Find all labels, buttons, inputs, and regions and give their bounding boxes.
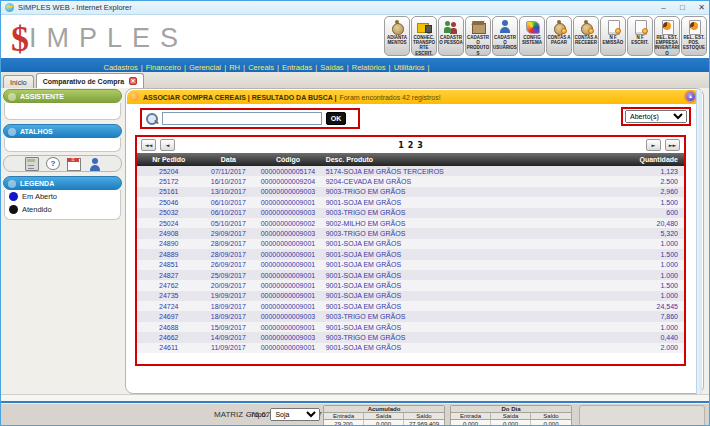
menu-item-cereais[interactable]: Cereais [247,63,275,72]
tab-close-icon[interactable]: ✕ [129,77,137,85]
legenda-title: LEGENDA [20,180,54,187]
table-row[interactable]: 2466214/09/2017000000000090039003-TRIGO … [137,332,684,342]
menu-item-relat-rios[interactable]: Relatórios [351,63,387,72]
table-row[interactable]: 2468815/09/2017000000000090019001-SOJA E… [137,322,684,332]
toolbar-button-rel-est-empresa-invent-rio[interactable]: REL. EST. EMPRESA INVENTÁRIO [654,16,680,56]
summary-value: 0,000 [491,420,531,426]
cell-desc-produto: 9003-TRIGO EM GRÃOS [320,209,602,216]
internet-explorer-icon [5,3,14,12]
legend-item-atendido: Atendido [5,203,120,216]
cell-data: 06/10/2017 [200,199,256,206]
table-row[interactable]: 2520407/11/2017000000000051745174-SOJA E… [137,166,684,176]
cell-desc-produto: 9001-SOJA EM GRÃOS [320,282,602,289]
status-filter-select[interactable]: Aberto(s) [625,110,687,123]
plus-badge-icon [561,28,567,34]
toolbar-button-cadastro-produtos[interactable]: CADASTRO PRODUTOS [465,16,491,56]
pager-next-button[interactable]: ► [646,139,661,151]
column-header-desc-produto: Desc. Produto [320,156,602,163]
cell-data: 19/09/2017 [200,292,256,299]
pager-last-button[interactable]: ►► [665,139,680,151]
menu-item-utilit-rios[interactable]: Utilitários [393,63,426,72]
help-icon[interactable] [45,157,59,170]
truck-icon [416,19,432,34]
toolbar-button-adianta-mentos[interactable]: ADIANTA MENTOS [384,16,410,56]
table-row[interactable]: 2473519/09/2017000000000090019001-SOJA E… [137,291,684,301]
cell-data: 29/09/2017 [200,230,256,237]
menu-item-cadastros[interactable]: Cadastros [102,63,138,72]
pager-page-3[interactable]: 3 [417,141,423,150]
table-row[interactable]: 2517216/10/2017000000000092049204-CEVADA… [137,176,684,186]
cell-nr-pedido: 25161 [137,188,200,195]
toolbar-button-cadastro-pessoa[interactable]: CADASTRO PESSOA [438,16,464,56]
minimize-button[interactable]: – [654,3,673,12]
grupo-select[interactable]: Soja [270,408,320,421]
toolbar-button-label: CONTAS A RECEBER [574,35,599,45]
table-row[interactable]: 2482725/09/2017000000000090019001-SOJA E… [137,270,684,280]
toolbar-button-contas-a-receber[interactable]: CONTAS A RECEBER [573,16,599,56]
cell-nr-pedido: 25204 [137,168,200,175]
summary-group-title: Do Dia [451,406,571,413]
menu-item-rh[interactable]: RH [228,63,241,72]
toolbar-button-contas-a-pagar[interactable]: CONTAS A PAGAR [546,16,572,56]
close-button[interactable]: ✕ [692,3,710,12]
logo-dollar: $ [11,19,29,59]
toolbar-button-cadastro-usu-rios[interactable]: CADASTRO USUÁRIOS [492,16,518,56]
table-row[interactable]: 2476220/09/2017000000000090019001-SOJA E… [137,280,684,290]
toolbar-button-rel-est-pos-estoque[interactable]: REL. EST. POS. ESTOQUE [681,16,707,56]
cell-data: 28/09/2017 [200,240,256,247]
pager-prev-button[interactable]: ◄ [160,139,175,151]
table-row[interactable]: 2490829/09/2017000000000090039003-TRIGO … [137,228,684,238]
sidebar-panel-assistente[interactable]: ASSISTENTE [3,89,122,103]
pie-report-icon [659,19,675,34]
atalhos-title: ATALHOS [20,128,53,135]
table-row[interactable]: 2469718/09/2017000000000090039003-TRIGO … [137,311,684,321]
toolbar-button-n-f-emiss-o[interactable]: N F EMISSÃO [600,16,626,56]
pager-first-button[interactable]: ◄◄ [141,139,156,151]
cell-c-digo: 00000000009001 [256,272,319,279]
table-row[interactable]: 2502405/10/2017000000000090029002-MILHO … [137,218,684,228]
toolbar-button-n-f-escrit[interactable]: N F ESCRIT. [627,16,653,56]
search-input[interactable] [162,112,322,125]
sidebar-panel-atalhos[interactable]: ATALHOS [3,124,122,138]
toolbar-button-label: CONHEC. TRANSPORTE ESCRIT. [412,35,437,56]
table-row[interactable]: 2503206/10/2017000000000090039003-TRIGO … [137,208,684,218]
menu-item-entradas[interactable]: Entradas [281,63,313,72]
menu-item-sa-das[interactable]: Saídas [319,63,344,72]
toolbar-button-config-sistema[interactable]: CONFIG SISTEMA [519,16,545,56]
cell-data: 16/10/2017 [200,178,256,185]
maximize-button[interactable]: □ [673,3,692,12]
summary-header-saldo: Saldo [404,413,444,420]
ok-button[interactable]: OK [326,112,346,125]
table-row[interactable]: 2516113/10/2017000000000090039003-TRIGO … [137,187,684,197]
content-area: ASSISTENTE ATALHOS LEGENDA Em AbertoAten… [1,88,710,401]
moneybag-icon [578,19,594,34]
pager-pages: 123 [177,141,644,150]
calculator-icon[interactable] [24,157,38,170]
pager-page-2[interactable]: 2 [408,141,414,150]
cell-quantidade: 20,480 [602,220,684,227]
table-row[interactable]: 2461111/09/2017000000000090019001-SOJA E… [137,343,684,353]
table-row[interactable]: 2489028/09/2017000000000090019001-SOJA E… [137,239,684,249]
calendar-icon[interactable] [66,157,80,170]
result-title: ASSOCIAR COMPRA CEREAIS | RESULTADO DA B… [143,94,336,101]
sidebar-panel-legenda[interactable]: LEGENDA [3,176,122,190]
column-header-quantidade: Quantidade [602,156,684,163]
table-row[interactable]: 2488928/09/2017000000000090019001-SOJA E… [137,249,684,259]
cell-quantidade: 5,320 [602,230,684,237]
tab-inicio[interactable]: Início [3,75,34,88]
cell-nr-pedido: 25172 [137,178,200,185]
logo-text: IMPLES [29,23,188,53]
pager-page-1[interactable]: 1 [398,141,404,150]
user-icon[interactable] [87,157,101,170]
toolbar-button-conhec-transporte-escrit[interactable]: CONHEC. TRANSPORTE ESCRIT. [411,16,437,56]
menu-item-gerencial[interactable]: Gerencial [188,63,222,72]
table-row[interactable]: 2485126/09/2017000000000090019001-SOJA E… [137,260,684,270]
cell-data: 18/09/2017 [200,313,256,320]
table-row[interactable]: 2472418/09/2017000000000090019001-SOJA E… [137,301,684,311]
tab-comparativo-de-compra[interactable]: Comparativo de Compra ✕ [36,73,144,88]
vertical-scrollbar[interactable] [696,90,702,401]
table-row[interactable]: 2504606/10/2017000000000090019001-SOJA E… [137,197,684,207]
column-header-c-digo: Código [256,156,319,163]
legend-body: Em AbertoAtendido [4,190,121,220]
menu-item-financeiro[interactable]: Financeiro [145,63,182,72]
